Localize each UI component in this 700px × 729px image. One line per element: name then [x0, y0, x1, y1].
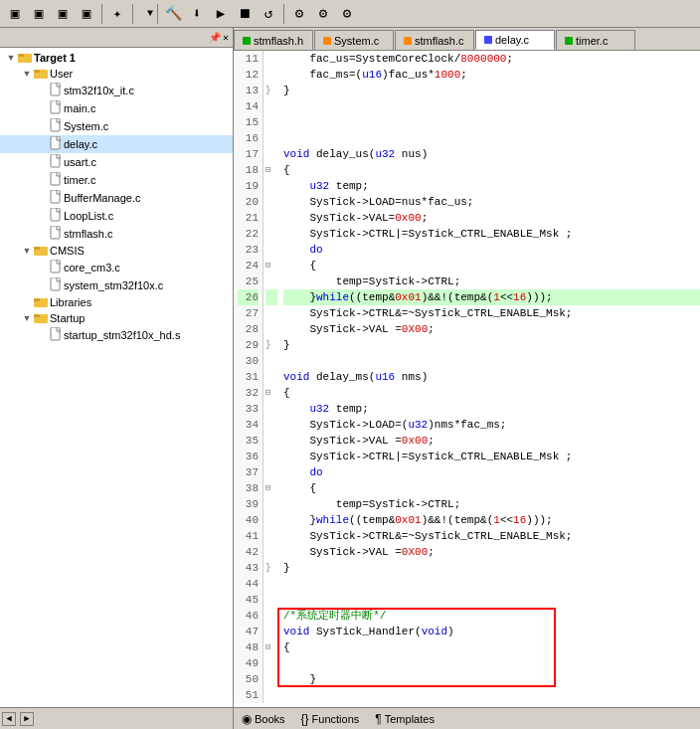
- tree-item[interactable]: ▼CMSIS: [0, 243, 233, 259]
- tree-expand-icon[interactable]: ▼: [20, 246, 34, 256]
- toolbar-btn-build[interactable]: 🔨: [162, 3, 184, 25]
- line-number: 36: [238, 449, 259, 464]
- code-line: }: [283, 83, 700, 98]
- toolbar-btn-1[interactable]: ▣: [4, 3, 26, 25]
- code-line: {: [283, 639, 700, 655]
- toolbar-btn-2[interactable]: ▣: [28, 3, 50, 25]
- code-line: SysTick->VAL =0X00;: [283, 544, 700, 560]
- expand-icon: [265, 210, 277, 226]
- target-dropdown-arrow[interactable]: ▼: [147, 8, 153, 19]
- tree-expand-icon[interactable]: ▼: [20, 69, 34, 79]
- expand-icon: [265, 273, 277, 289]
- tree-item[interactable]: Libraries: [0, 294, 233, 310]
- code-line: [283, 687, 700, 703]
- code-line: }: [283, 560, 700, 576]
- tree-item[interactable]: delay.c: [0, 135, 233, 153]
- line-number: 14: [238, 98, 259, 114]
- tree-item[interactable]: ▼Startup: [0, 310, 233, 326]
- tree-item-label: BufferManage.c: [64, 192, 140, 204]
- svg-rect-21: [51, 327, 60, 340]
- toolbar-btn-stop[interactable]: ⏹: [234, 3, 256, 25]
- code-text-column[interactable]: fac_us=SystemCoreClock/8000000; fac_ms=(…: [277, 51, 700, 703]
- file-tab-System-c[interactable]: System.c: [314, 30, 394, 50]
- code-line: [283, 98, 700, 114]
- code-area[interactable]: 1112131415161718192021222324252627282930…: [234, 51, 700, 707]
- toolbar-btn-5[interactable]: ✦: [106, 3, 128, 25]
- file-tab-stmflash-c[interactable]: stmflash.c: [395, 30, 474, 50]
- tree-file-icon: [34, 244, 48, 258]
- bottom-tab-templates[interactable]: ¶Templates: [369, 710, 440, 728]
- tree-expand-icon[interactable]: ▼: [20, 313, 34, 323]
- line-number: 48: [238, 639, 259, 655]
- toolbar-btn-extra3[interactable]: ⚙: [336, 3, 358, 25]
- panel-pin-icon[interactable]: 📌: [209, 32, 221, 44]
- expand-icon: [265, 51, 277, 67]
- tree-file-icon: [50, 100, 62, 116]
- tree-item-label: System.c: [64, 120, 108, 132]
- tree-expand-icon[interactable]: ▼: [4, 53, 18, 63]
- svg-rect-16: [51, 277, 60, 290]
- code-line: fac_us=SystemCoreClock/8000000;: [283, 51, 700, 67]
- tree-file-icon: [50, 277, 62, 293]
- tree-item-label: core_cm3.c: [64, 262, 120, 273]
- code-line: }: [283, 337, 700, 353]
- line-number: 20: [238, 194, 259, 210]
- code-line: SysTick->CTRL&=~SysTick_CTRL_ENABLE_Msk;: [283, 528, 700, 544]
- expand-icon: [265, 576, 277, 592]
- svg-rect-18: [34, 298, 40, 301]
- tree-item-label: User: [50, 68, 73, 80]
- tree-item[interactable]: System.c: [0, 117, 233, 135]
- panel-close-icon[interactable]: ✕: [223, 32, 229, 44]
- line-number: 28: [238, 321, 259, 337]
- code-line: [283, 130, 700, 146]
- tab-label: delay.c: [495, 34, 529, 46]
- tree-item[interactable]: LoopList.c: [0, 207, 233, 225]
- file-tab-delay-c[interactable]: delay.c: [475, 30, 555, 50]
- code-line: }while((temp&0x01)&&!(temp&(1<<16)));: [283, 289, 700, 305]
- tree-item[interactable]: ▼User: [0, 66, 233, 82]
- expand-icon: [265, 401, 277, 417]
- expand-icon[interactable]: ⊟: [265, 385, 277, 401]
- code-line: {: [283, 385, 700, 401]
- tree-item[interactable]: system_stm32f10x.c: [0, 276, 233, 294]
- scroll-right-arrow[interactable]: ▶: [20, 712, 34, 726]
- tree-item[interactable]: startup_stm32f10x_hd.s: [0, 326, 233, 344]
- tree-item[interactable]: usart.c: [0, 153, 233, 171]
- toolbar-btn-extra1[interactable]: ⚙: [288, 3, 310, 25]
- toolbar-btn-4[interactable]: ▣: [76, 3, 97, 25]
- bottom-tab-books[interactable]: ◉Books: [236, 710, 291, 728]
- code-line: {: [283, 162, 700, 178]
- expand-icon[interactable]: ⊟: [265, 258, 277, 273]
- svg-rect-15: [51, 260, 60, 273]
- svg-rect-6: [51, 118, 60, 131]
- expand-icon[interactable]: }: [265, 337, 277, 353]
- line-number: 40: [238, 512, 259, 528]
- expand-icon[interactable]: ⊟: [265, 480, 277, 496]
- toolbar-btn-load[interactable]: ⬇: [186, 3, 208, 25]
- tree-item[interactable]: stm32f10x_it.c: [0, 82, 233, 99]
- toolbar-btn-3[interactable]: ▣: [52, 3, 74, 25]
- tree-item-label: CMSIS: [50, 245, 85, 257]
- expand-icon[interactable]: }: [265, 560, 277, 576]
- tree-file-icon: [50, 208, 62, 224]
- scroll-left-arrow[interactable]: ◀: [2, 712, 16, 726]
- tree-item[interactable]: core_cm3.c: [0, 259, 233, 276]
- line-number: 43: [238, 560, 259, 576]
- toolbar-btn-reset[interactable]: ↺: [258, 3, 279, 25]
- tree-item[interactable]: timer.c: [0, 171, 233, 189]
- code-line: void delay_us(u32 nus): [283, 146, 700, 162]
- bottom-tab-functions[interactable]: {}Functions: [295, 710, 366, 728]
- expand-icon[interactable]: }: [265, 83, 277, 98]
- toolbar-btn-extra2[interactable]: ⚙: [312, 3, 334, 25]
- file-tab-stmflash-h[interactable]: stmflash.h: [234, 30, 313, 50]
- expand-icon[interactable]: ⊟: [265, 162, 277, 178]
- expand-icon[interactable]: ⊟: [265, 639, 277, 655]
- toolbar-btn-debug[interactable]: ▶: [210, 3, 232, 25]
- tree-item[interactable]: stmflash.c: [0, 225, 233, 243]
- file-tab-timer-c[interactable]: timer.c: [556, 30, 635, 50]
- tree-item[interactable]: main.c: [0, 99, 233, 117]
- svg-rect-4: [51, 83, 60, 95]
- code-line: {: [283, 480, 700, 496]
- tree-item[interactable]: ▼Target 1: [0, 50, 233, 66]
- tree-item[interactable]: BufferManage.c: [0, 189, 233, 207]
